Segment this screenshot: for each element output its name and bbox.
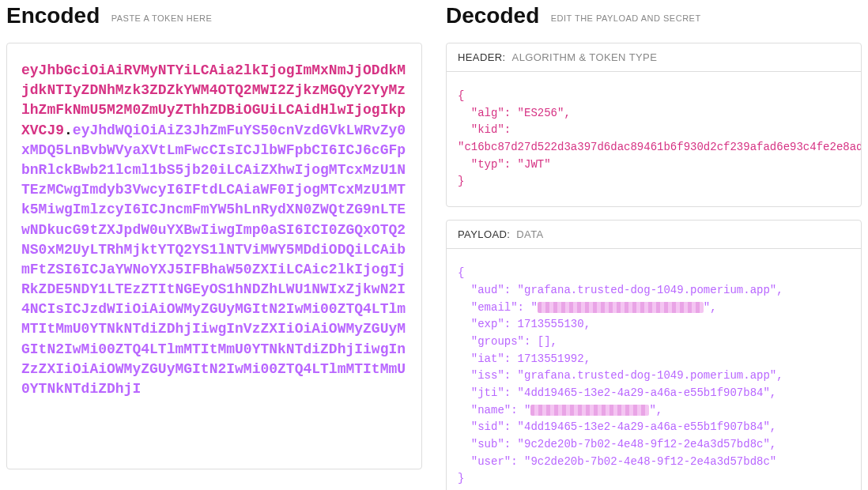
decoded-header-box: HEADER: ALGORITHM & TOKEN TYPE { "alg": …: [446, 43, 862, 207]
decoded-payload-content[interactable]: { "aud": "grafana.trusted-dog-1049.pomer…: [447, 249, 861, 490]
jwt-dot: .: [64, 122, 73, 138]
decoded-payload-label: PAYLOAD: DATA: [447, 220, 861, 249]
decoded-title: Decoded: [446, 3, 539, 28]
redacted-email: [538, 302, 704, 313]
encoded-title: Encoded: [6, 3, 100, 28]
encoded-panel: Encoded PASTE A TOKEN HERE eyJhbGciOiAiR…: [6, 3, 422, 490]
encoded-subtitle: PASTE A TOKEN HERE: [111, 13, 213, 23]
decoded-subtitle: EDIT THE PAYLOAD AND SECRET: [551, 13, 701, 23]
jwt-payload-segment: eyJhdWQiOiAiZ3JhZmFuYS50cnVzdGVkLWRvZy0x…: [21, 122, 406, 397]
redacted-name: [530, 405, 649, 416]
decoded-header-content[interactable]: { "alg": "ES256", "kid": "c16bc87d27d522…: [447, 72, 861, 206]
decoded-payload-box: PAYLOAD: DATA { "aud": "grafana.trusted-…: [446, 220, 862, 490]
encoded-textarea[interactable]: eyJhbGciOiAiRVMyNTYiLCAia2lkIjogImMxNmJj…: [6, 43, 422, 469]
decoded-header-label: HEADER: ALGORITHM & TOKEN TYPE: [447, 43, 861, 72]
decoded-panel: Decoded EDIT THE PAYLOAD AND SECRET HEAD…: [446, 3, 862, 490]
